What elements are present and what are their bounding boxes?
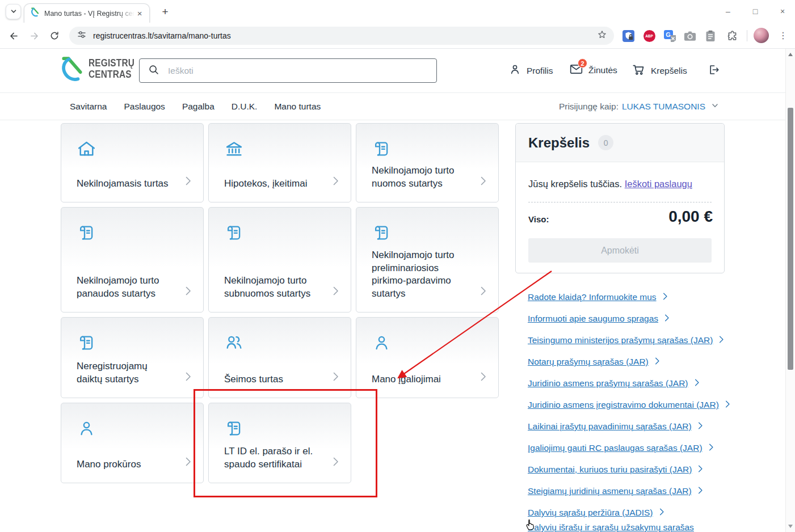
search-input[interactable]: [168, 66, 428, 76]
card-nekilnojamasis-turtas[interactable]: Nekilnojamasis turtas: [61, 123, 204, 202]
url-text[interactable]: registrucentras.lt/savitarna/mano-turtas: [93, 31, 597, 40]
back-button[interactable]: [6, 28, 21, 43]
chevron-right-icon: [333, 457, 339, 468]
clipboard-extension-icon[interactable]: [703, 28, 718, 43]
link-juridinio-asmens-prasymu-sarasas-jar[interactable]: Juridinio asmens prašymų sąrašas (JAR): [528, 378, 700, 389]
tab-close-icon[interactable]: ×: [134, 9, 145, 19]
link-dalyviu-israsu-ir-sarasu-uzsakymu-sarasa[interactable]: Dalyvių išrašų ir sąrašų užsakymų sąraša…: [528, 522, 694, 532]
messages-menu[interactable]: 2 Žinutės: [569, 63, 617, 78]
link-steigiamu-juridiniu-asmenu-sarasas-jar[interactable]: Steigiamų juridinių asmenų sąrašas (JAR): [528, 486, 703, 496]
card-hipotekos-ikeitimai[interactable]: Hipotekos, įkeitimai: [208, 123, 351, 202]
card-nekilnojamojo-turto-panaudos-sutartys[interactable]: Nekilnojamojo turto panaudos sutartys: [61, 207, 204, 313]
card-mano-prokuros[interactable]: Mano prokūros: [61, 403, 204, 483]
person-icon: [508, 63, 521, 78]
forward-button[interactable]: [27, 28, 41, 43]
link-notaru-prasymu-sarasas-jar[interactable]: Notarų prašymų sąrašas (JAR): [528, 357, 660, 367]
link-label: Teisingumo ministerijos prašymų sąrašas …: [528, 335, 713, 345]
chevron-right-icon: [698, 465, 703, 475]
extensions-puzzle-icon[interactable]: [725, 28, 739, 43]
browser-tab[interactable]: Mano turtas - VĮ Registrų centra ×: [24, 3, 150, 23]
card-neregistruojamu-daiktu-sutartys[interactable]: Neregistruojamų daiktų sutartys: [61, 317, 204, 398]
link-juridinio-asmens-iregistravimo-dokumenta[interactable]: Juridinio asmens įregistravimo dokumenta…: [528, 400, 730, 410]
link-laikinai-irasytu-pavadinimu-sarasas-jar[interactable]: Laikinai įrašytų pavadinimų sąrašas (JAR…: [528, 421, 703, 432]
logout-button[interactable]: [707, 63, 721, 79]
pay-button[interactable]: Apmokėti: [528, 238, 712, 263]
card-label: Nekilnojamojo turto nuomos sutartys: [372, 164, 466, 190]
site-search: [139, 58, 437, 83]
search-services-link[interactable]: Ieškoti paslaugų: [625, 179, 692, 189]
card-nekilnojamojo-turto-preliminariosios-pir[interactable]: Nekilnojamojo turto preliminariosios pir…: [356, 207, 499, 313]
profile-label: Profilis: [527, 66, 553, 76]
signed-in-label: Prisijungę kaip:: [559, 102, 619, 112]
browser-menu-icon[interactable]: ⋮: [776, 28, 790, 43]
scroll-icon: [77, 223, 96, 245]
site-favicon: [31, 7, 40, 19]
signed-in-menu[interactable]: Prisijungę kaip: LUKAS TUMASONIS: [559, 93, 719, 120]
scrollbar-down-arrow-icon[interactable]: [786, 522, 795, 531]
screenshot-extension-icon[interactable]: [683, 28, 697, 43]
link-dokumentai-kuriuos-turiu-pasirasyti-jar[interactable]: Dokumentai, kuriuos turiu pasirašyti (JA…: [528, 465, 703, 475]
chevron-right-icon: [725, 400, 730, 410]
cart-menu[interactable]: Krepšelis: [632, 63, 687, 79]
link-dalyviu-sarasu-perziura-jadis[interactable]: Dalyvių sąrašų peržiūra (JADIS): [528, 508, 664, 518]
nav-item-savitarna[interactable]: Savitarna: [70, 102, 107, 112]
chevron-right-icon: [186, 372, 191, 383]
messages-label: Žinutės: [588, 65, 617, 75]
adblock-plus-extension-icon[interactable]: ABP: [642, 28, 657, 43]
cart-panel: Krepšelis 0 Jūsų krepšelis tuščias. Iešk…: [515, 123, 725, 273]
profile-avatar[interactable]: [754, 28, 769, 43]
card-seimos-turtas[interactable]: Šeimos turtas: [208, 317, 351, 398]
forward-arrow-icon: [29, 31, 40, 41]
chevron-down-icon: [10, 7, 17, 17]
window-maximize-button[interactable]: □: [746, 3, 765, 20]
password-manager-extension-icon[interactable]: [621, 28, 636, 43]
nav-item-paslaugos[interactable]: Paslaugos: [124, 102, 165, 112]
url-bar[interactable]: registrucentras.lt/savitarna/mano-turtas: [69, 27, 614, 45]
nav-item-pagalba[interactable]: Pagalba: [182, 102, 214, 112]
card-lt-id-el-paraso-ir-el-spaudo-sertifikata[interactable]: LT ID el. parašo ir el. spaudo sertifika…: [208, 403, 351, 483]
service-cards-grid: Nekilnojamasis turtasHipotekos, įkeitima…: [61, 123, 499, 483]
bookmark-star-icon[interactable]: [597, 29, 607, 42]
search-icon: [148, 64, 160, 78]
reload-icon: [49, 31, 60, 41]
logo-text: REGISTRŲ CENTRAS: [89, 58, 134, 80]
tab-search-button[interactable]: [6, 4, 21, 19]
window-close-button[interactable]: ×: [773, 3, 792, 20]
back-arrow-icon: [9, 31, 19, 41]
house-icon: [77, 139, 96, 161]
link-igaliojimu-gauti-rc-paslaugas-sarasas-ja[interactable]: Įgaliojimų gauti RC paslaugas sąrašas (J…: [528, 443, 714, 453]
nav-item-duk[interactable]: D.U.K.: [232, 102, 258, 112]
scroll-icon: [372, 139, 392, 161]
profile-menu[interactable]: Profilis: [508, 63, 553, 78]
chevron-right-icon: [481, 176, 486, 188]
scroll-icon: [224, 419, 244, 441]
window-minimize-button[interactable]: –: [718, 3, 738, 20]
chevron-right-icon: [333, 176, 339, 188]
toolbar-divider: [747, 30, 747, 41]
person-icon: [77, 419, 96, 441]
new-tab-button[interactable]: +: [158, 5, 173, 19]
card-nekilnojamojo-turto-subnuomos-sutartys[interactable]: Nekilnojamojo turto subnuomos sutartys: [208, 207, 351, 313]
link-informuoti-apie-saugumo-spragas[interactable]: Informuoti apie saugumo spragas: [528, 314, 670, 324]
translate-extension-icon[interactable]: G: [662, 28, 677, 43]
link-label: Laikinai įrašytų pavadinimų sąrašas (JAR…: [528, 421, 692, 432]
browser-titlebar: Mano turtas - VĮ Registrų centra × + – □…: [0, 0, 795, 23]
reload-button[interactable]: [47, 28, 62, 43]
nav-item-mano-turtas[interactable]: Mano turtas: [274, 102, 321, 112]
page-content: REGISTRŲ CENTRAS Profilis 2 Žinutės Krep…: [0, 49, 795, 532]
people-icon: [224, 333, 244, 355]
link-radote-klaida-informuokite-mus[interactable]: Radote klaidą? Informuokite mus: [528, 292, 668, 302]
card-label: Mano įgaliojimai: [372, 373, 466, 386]
link-teisingumo-ministerijos-prasymu-sarasas-[interactable]: Teisingumo ministerijos prašymų sąrašas …: [528, 335, 724, 345]
site-settings-icon[interactable]: [77, 30, 86, 41]
chevron-right-icon: [481, 372, 486, 383]
scroll-icon: [77, 333, 96, 355]
card-nekilnojamojo-turto-nuomos-sutartys[interactable]: Nekilnojamojo turto nuomos sutartys: [356, 123, 499, 202]
scrollbar-thumb[interactable]: [788, 108, 793, 370]
abp-label: ABP: [645, 34, 653, 38]
chevron-right-icon: [695, 378, 700, 389]
scrollbar-up-arrow-icon[interactable]: [786, 50, 795, 59]
card-mano-igaliojimai[interactable]: Mano įgaliojimai: [356, 317, 499, 398]
chevron-right-icon: [664, 314, 670, 324]
site-logo[interactable]: REGISTRŲ CENTRAS: [61, 56, 141, 82]
